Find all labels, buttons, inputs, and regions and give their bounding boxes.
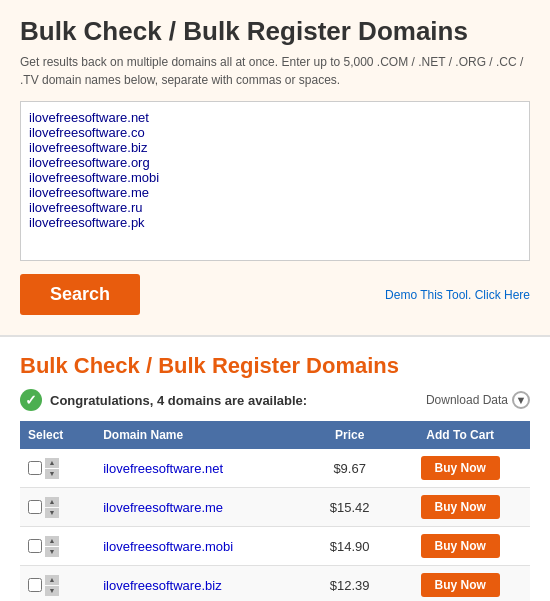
col-price: Price [309, 421, 391, 449]
sort-down-btn[interactable]: ▼ [45, 586, 59, 596]
sort-arrows: ▲ ▼ [45, 575, 59, 596]
sort-arrows: ▲ ▼ [45, 536, 59, 557]
domain-name-link[interactable]: ilovefreesoftware.me [103, 500, 223, 515]
search-button[interactable]: Search [20, 274, 140, 315]
sort-down-btn[interactable]: ▼ [45, 547, 59, 557]
price-cell: $15.42 [309, 488, 391, 527]
row-checkbox[interactable] [28, 539, 42, 553]
sort-up-btn[interactable]: ▲ [45, 458, 59, 468]
buy-now-button[interactable]: Buy Now [421, 534, 500, 558]
table-row: ▲ ▼ ilovefreesoftware.mobi $14.90 Buy No… [20, 527, 530, 566]
sort-up-btn[interactable]: ▲ [45, 536, 59, 546]
row-checkbox[interactable] [28, 578, 42, 592]
col-domain: Domain Name [95, 421, 309, 449]
domain-name-link[interactable]: ilovefreesoftware.mobi [103, 539, 233, 554]
sort-arrows: ▲ ▼ [45, 458, 59, 479]
domain-textarea[interactable] [20, 101, 530, 261]
results-title: Bulk Check / Bulk Register Domains [20, 353, 530, 379]
sort-up-btn[interactable]: ▲ [45, 497, 59, 507]
price-cell: $14.90 [309, 527, 391, 566]
sort-up-btn[interactable]: ▲ [45, 575, 59, 585]
download-icon-top: ▼ [512, 391, 530, 409]
table-header-row: Select Domain Name Price Add To Cart [20, 421, 530, 449]
table-row: ▲ ▼ ilovefreesoftware.net $9.67 Buy Now [20, 449, 530, 488]
price-cell: $12.39 [309, 566, 391, 602]
row-checkbox[interactable] [28, 461, 42, 475]
sort-down-btn[interactable]: ▼ [45, 469, 59, 479]
domain-name-link[interactable]: ilovefreesoftware.biz [103, 578, 222, 593]
page-title: Bulk Check / Bulk Register Domains [20, 16, 530, 47]
buy-now-button[interactable]: Buy Now [421, 456, 500, 480]
select-cell: ▲ ▼ [28, 497, 87, 518]
price-cell: $9.67 [309, 449, 391, 488]
row-checkbox[interactable] [28, 500, 42, 514]
buy-now-button[interactable]: Buy Now [421, 495, 500, 519]
select-cell: ▲ ▼ [28, 458, 87, 479]
success-icon: ✓ [20, 389, 42, 411]
sort-arrows: ▲ ▼ [45, 497, 59, 518]
buy-now-button[interactable]: Buy Now [421, 573, 500, 597]
sort-down-btn[interactable]: ▼ [45, 508, 59, 518]
domain-name-link[interactable]: ilovefreesoftware.net [103, 461, 223, 476]
table-row: ▲ ▼ ilovefreesoftware.me $15.42 Buy Now [20, 488, 530, 527]
col-select: Select [20, 421, 95, 449]
congrats-text: Congratulations, 4 domains are available… [50, 393, 307, 408]
select-cell: ▲ ▼ [28, 536, 87, 557]
table-row: ▲ ▼ ilovefreesoftware.biz $12.39 Buy Now [20, 566, 530, 602]
domain-table: Select Domain Name Price Add To Cart ▲ ▼… [20, 421, 530, 601]
download-data-top[interactable]: Download Data ▼ [426, 391, 530, 409]
page-subtitle: Get results back on multiple domains all… [20, 53, 530, 89]
col-cart: Add To Cart [390, 421, 530, 449]
demo-link[interactable]: Demo This Tool. Click Here [385, 288, 530, 302]
download-label-top: Download Data [426, 393, 508, 407]
select-cell: ▲ ▼ [28, 575, 87, 596]
